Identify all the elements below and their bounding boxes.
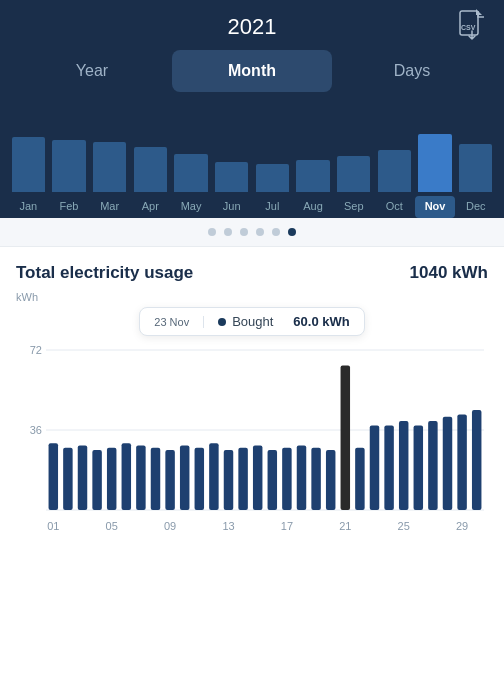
monthly-bar-fill xyxy=(52,140,85,192)
chart-section: kWh 23 Nov Bought 60.0 kWh 7236010509131… xyxy=(0,291,504,540)
monthly-bar-item[interactable] xyxy=(130,147,171,192)
tooltip-wrapper: 23 Nov Bought 60.0 kWh xyxy=(16,307,488,336)
bar-item[interactable] xyxy=(399,421,408,510)
bar-item[interactable] xyxy=(122,443,131,510)
x-tick-label: 17 xyxy=(281,520,293,532)
monthly-bar-item[interactable] xyxy=(374,150,415,192)
bar-item[interactable] xyxy=(195,448,204,510)
bar-item[interactable] xyxy=(384,426,393,510)
monthly-bar-fill xyxy=(174,154,207,192)
monthly-bar-fill xyxy=(215,162,248,192)
monthly-label-text: Apr xyxy=(130,196,171,218)
year-title: 2021 xyxy=(228,14,277,40)
tooltip-value: 60.0 kWh xyxy=(293,314,349,329)
x-tick-label: 09 xyxy=(164,520,176,532)
monthly-label-text: Oct xyxy=(374,196,415,218)
x-tick-label: 13 xyxy=(222,520,234,532)
svg-rect-0 xyxy=(460,11,478,35)
monthly-bar-fill xyxy=(134,147,167,192)
x-tick-label: 21 xyxy=(339,520,351,532)
monthly-bar-item[interactable] xyxy=(293,160,334,192)
monthly-label-text: Jun xyxy=(211,196,252,218)
bar-item[interactable] xyxy=(443,417,452,510)
bar-item[interactable] xyxy=(209,443,218,510)
bar-item[interactable] xyxy=(472,410,481,510)
tooltip-series-label: Bought xyxy=(232,314,273,329)
monthly-bar-fill xyxy=(378,150,411,192)
bar-item[interactable] xyxy=(341,366,350,510)
monthly-bar-fill xyxy=(459,144,492,192)
bar-item[interactable] xyxy=(63,448,72,510)
monthly-bar-item[interactable] xyxy=(49,140,90,192)
pagination-dots xyxy=(0,218,504,247)
monthly-bar-item[interactable] xyxy=(8,137,49,192)
svg-text:36: 36 xyxy=(30,424,42,436)
bar-item[interactable] xyxy=(414,426,423,510)
bar-item[interactable] xyxy=(78,446,87,510)
pagination-dot[interactable] xyxy=(272,228,280,236)
monthly-label-text: Aug xyxy=(293,196,334,218)
bar-item[interactable] xyxy=(355,448,364,510)
bar-item[interactable] xyxy=(428,421,437,510)
monthly-labels: JanFebMarAprMayJunJulAugSepOctNovDec xyxy=(0,192,504,218)
monthly-bar-item[interactable] xyxy=(415,134,456,192)
bar-chart: 72360105091317212529 xyxy=(16,340,488,540)
bar-item[interactable] xyxy=(253,446,262,510)
monthly-bar-item[interactable] xyxy=(211,162,252,192)
pagination-dot[interactable] xyxy=(224,228,232,236)
monthly-bar-item[interactable] xyxy=(252,164,293,192)
bar-item[interactable] xyxy=(49,443,58,510)
x-tick-label: 29 xyxy=(456,520,468,532)
x-tick-label: 05 xyxy=(106,520,118,532)
bar-item[interactable] xyxy=(92,450,101,510)
monthly-label-text: Jul xyxy=(252,196,293,218)
bar-item[interactable] xyxy=(326,450,335,510)
monthly-label-text: Nov xyxy=(415,196,456,218)
bar-item[interactable] xyxy=(457,414,466,510)
x-tick-label: 25 xyxy=(398,520,410,532)
monthly-bar-item[interactable] xyxy=(171,154,212,192)
monthly-bar-item[interactable] xyxy=(333,156,374,192)
pagination-dot[interactable] xyxy=(256,228,264,236)
csv-export-icon[interactable]: CSV xyxy=(456,9,488,41)
monthly-label-text: May xyxy=(171,196,212,218)
monthly-bar-fill xyxy=(93,142,126,192)
header: 2021 CSV xyxy=(0,0,504,50)
tooltip-box: 23 Nov Bought 60.0 kWh xyxy=(139,307,364,336)
monthly-chart: JanFebMarAprMayJunJulAugSepOctNovDec xyxy=(0,104,504,218)
tab-bar: Year Month Days xyxy=(0,50,504,104)
tooltip-dot-icon xyxy=(218,318,226,326)
monthly-bar-item[interactable] xyxy=(89,142,130,192)
pagination-dot[interactable] xyxy=(240,228,248,236)
tab-month[interactable]: Month xyxy=(172,50,332,92)
bar-item[interactable] xyxy=(136,446,145,510)
bar-item[interactable] xyxy=(165,450,174,510)
bar-item[interactable] xyxy=(268,450,277,510)
monthly-label-text: Feb xyxy=(49,196,90,218)
monthly-label-text: Jan xyxy=(8,196,49,218)
bar-item[interactable] xyxy=(311,448,320,510)
bar-item[interactable] xyxy=(224,450,233,510)
tab-year[interactable]: Year xyxy=(12,50,172,92)
monthly-bar-fill xyxy=(296,160,329,192)
monthly-bar-fill xyxy=(337,156,370,192)
bar-item[interactable] xyxy=(107,448,116,510)
bar-item[interactable] xyxy=(297,446,306,510)
usage-value: 1040 kWh xyxy=(410,263,488,283)
monthly-label-text: Dec xyxy=(455,196,496,218)
monthly-bars xyxy=(0,112,504,192)
svg-text:72: 72 xyxy=(30,344,42,356)
bar-item[interactable] xyxy=(238,448,247,510)
monthly-bar-fill xyxy=(418,134,451,192)
tab-days[interactable]: Days xyxy=(332,50,492,92)
pagination-dot[interactable] xyxy=(208,228,216,236)
monthly-bar-item[interactable] xyxy=(455,144,496,192)
x-tick-label: 01 xyxy=(47,520,59,532)
bar-item[interactable] xyxy=(180,446,189,510)
pagination-dot[interactable] xyxy=(288,228,296,236)
bar-item[interactable] xyxy=(282,448,291,510)
usage-label: Total electricity usage xyxy=(16,263,193,283)
usage-section: Total electricity usage 1040 kWh xyxy=(0,247,504,291)
bar-item[interactable] xyxy=(370,426,379,510)
bar-item[interactable] xyxy=(151,448,160,510)
